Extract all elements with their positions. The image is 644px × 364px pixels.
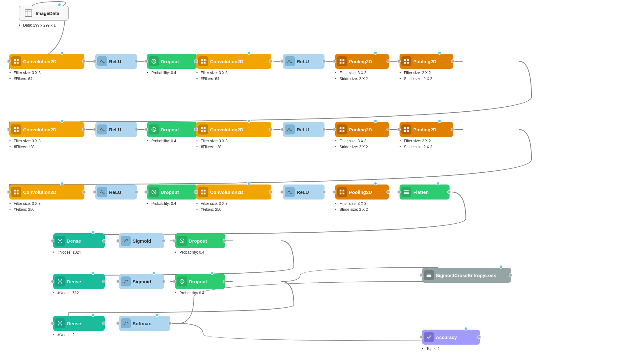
- row2-relu1-in: [93, 128, 97, 131]
- accuracy-node[interactable]: Accuracy: [422, 330, 480, 345]
- svg-line-55: [60, 280, 62, 281]
- svg-line-36: [153, 191, 155, 193]
- row1-relu2-node[interactable]: ReLU: [283, 54, 325, 69]
- flatten-label: Flatten: [413, 190, 429, 195]
- row1-conv1-out-dot: [82, 59, 86, 63]
- row2-dropout1-icon: [149, 124, 159, 134]
- row2-pool1-info: Filter size: 3 X 3Stride size: 2 X 2: [335, 138, 368, 150]
- row2-relu1-label: ReLU: [109, 127, 121, 132]
- row3-dropout1-node[interactable]: Dropout: [147, 185, 197, 200]
- row3-relu2-out: [322, 190, 326, 194]
- row5-dense-node[interactable]: Dense: [53, 274, 105, 289]
- conv-icon: [11, 56, 21, 66]
- row3-conv1-node[interactable]: Convolution2D: [9, 185, 84, 200]
- row2-pool2-icon: [401, 124, 411, 134]
- row1-conv2-info: Filter size: 3 X 3#Filters: 64: [196, 70, 228, 82]
- row4-dense-info: #Nodes: 1024: [53, 250, 81, 255]
- row5-sigmoid-node[interactable]: Sigmoid: [119, 274, 164, 289]
- svg-line-46: [60, 239, 62, 241]
- row1-pool2-node[interactable]: Pooling2D: [400, 54, 453, 69]
- row5-dropout-top-dot: [210, 271, 214, 275]
- row2-conv2-node[interactable]: Convolution2D: [196, 122, 271, 137]
- row4-dropout-node[interactable]: Dropout: [175, 233, 225, 248]
- row3-relu2-label: ReLU: [297, 190, 309, 195]
- row3-conv2-node[interactable]: Convolution2D: [196, 185, 271, 200]
- row2-conv1-info: Filter size: 3 X 3#Filters: 128: [9, 138, 41, 150]
- row2-conv1-out: [82, 128, 86, 131]
- row1-dropout1-in: [144, 59, 148, 63]
- row2-relu2-node[interactable]: ReLU: [283, 122, 325, 137]
- row1-conv1-in-dot: [7, 59, 11, 63]
- row2-relu2-in: [280, 128, 284, 131]
- row3-dropout1-icon: [149, 187, 159, 197]
- row2-pool2-node[interactable]: Pooling2D: [400, 122, 453, 137]
- svg-rect-67: [427, 276, 431, 277]
- row2-dropout1-node[interactable]: Dropout: [147, 122, 197, 137]
- imagedata-node[interactable]: ImageData: [19, 6, 69, 21]
- row4-dropout-info: Probability: 0.4: [175, 250, 204, 255]
- row2-pool2-info: Filter size: 2 X 2Stride size: 2 X 2: [400, 138, 432, 150]
- row4-dense-in: [51, 239, 54, 243]
- row1-pool1-out: [386, 59, 390, 63]
- svg-rect-39: [404, 193, 409, 194]
- loss-label: SigmoidCrossEntropyLoss: [436, 273, 496, 278]
- accuracy-out: [477, 335, 481, 339]
- row1-conv2-in: [194, 59, 198, 63]
- row1-conv1-label: Convolution2D: [23, 59, 57, 64]
- row6-dense-out: [102, 321, 106, 325]
- row2-conv1-top-dot: [60, 119, 64, 123]
- row2-pool1-node[interactable]: Pooling2D: [335, 122, 389, 137]
- row3-relu2-node[interactable]: ReLU: [283, 185, 325, 200]
- row2-pool1-in: [333, 128, 336, 131]
- svg-line-57: [181, 281, 183, 283]
- loss-top-dot: [499, 265, 503, 269]
- svg-rect-38: [404, 192, 409, 193]
- row3-relu1-node[interactable]: ReLU: [95, 185, 137, 200]
- row3-flatten-out: [447, 190, 451, 194]
- row5-dense-label: Dense: [67, 279, 81, 284]
- row1-relu1-in: [93, 59, 97, 63]
- row6-softmax-node[interactable]: Softmax: [119, 316, 170, 331]
- row1-relu1-out: [134, 59, 138, 63]
- row6-dense-node[interactable]: Dense: [53, 316, 105, 331]
- svg-line-63: [58, 322, 60, 323]
- row2-relu1-out: [134, 128, 138, 131]
- row1-conv2-node[interactable]: Convolution2D: [196, 54, 271, 69]
- row1-conv1-top-dot: [60, 51, 64, 55]
- row3-dropout1-label: Dropout: [161, 190, 179, 195]
- row1-conv1-node[interactable]: Convolution2D: [9, 54, 84, 69]
- row5-dense-icon: [55, 276, 65, 286]
- row1-pool1-info: Filter size: 3 X 3Stride size: 2 X 2: [335, 70, 368, 82]
- row4-dense-label: Dense: [67, 238, 81, 244]
- accuracy-icon: [424, 332, 434, 342]
- row5-sigmoid-label: Sigmoid: [133, 279, 151, 284]
- relu2-icon: [285, 56, 295, 66]
- row3-pool1-node[interactable]: Pooling2D: [335, 185, 389, 200]
- row4-sigmoid-node[interactable]: Sigmoid: [119, 233, 164, 248]
- row4-dropout-out: [223, 239, 226, 243]
- row5-dropout-node[interactable]: Dropout: [175, 274, 225, 289]
- row3-relu1-in: [93, 190, 97, 194]
- row1-relu1-node[interactable]: ReLU: [95, 54, 137, 69]
- loss-out: [509, 273, 512, 277]
- row6-softmax-out: [168, 321, 172, 325]
- row1-dropout1-info: Probability: 0.4: [147, 70, 176, 76]
- loss-node[interactable]: SigmoidCrossEntropyLoss: [422, 268, 511, 283]
- row3-flatten-node[interactable]: Flatten: [400, 185, 450, 200]
- row2-pool2-in: [397, 128, 401, 131]
- row3-conv2-label: Convolution2D: [210, 190, 244, 195]
- row1-pool1-node[interactable]: Pooling2D: [335, 54, 389, 69]
- row5-dense-out: [102, 280, 106, 283]
- row1-pool1-label: Pooling2D: [349, 59, 372, 64]
- row5-dropout-label: Dropout: [189, 279, 207, 284]
- row6-dense-top-dot: [91, 313, 95, 317]
- row1-dropout1-node[interactable]: Dropout: [147, 54, 197, 69]
- row1-pool2-in: [397, 59, 401, 63]
- row2-relu1-icon: [97, 124, 107, 134]
- row1-conv2-label: Convolution2D: [210, 59, 244, 64]
- row2-relu1-node[interactable]: ReLU: [95, 122, 137, 137]
- row2-conv1-label: Convolution2D: [23, 127, 57, 132]
- row4-dense-node[interactable]: Dense: [53, 233, 105, 248]
- row2-conv1-node[interactable]: Convolution2D: [9, 122, 84, 137]
- relu-icon: [97, 56, 107, 66]
